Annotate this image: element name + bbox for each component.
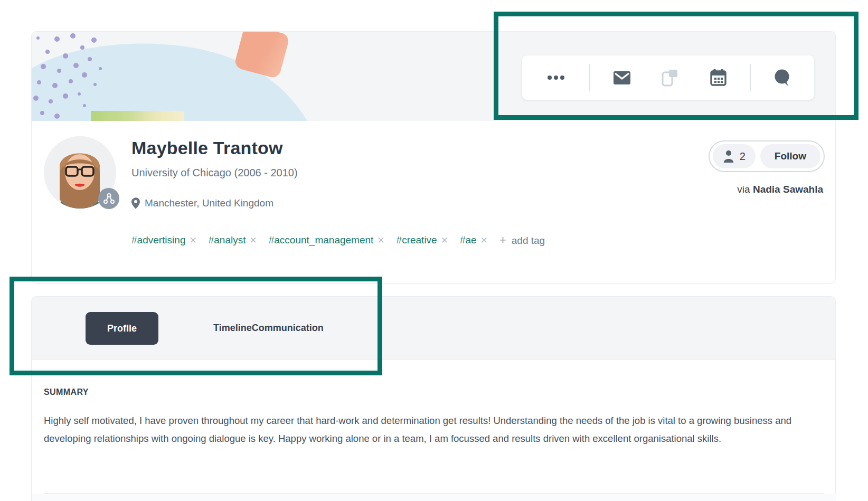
summary-heading: SUMMARY — [44, 387, 89, 397]
disqualify-note-button[interactable] — [653, 61, 687, 94]
tab[interactable]: Timeline — [213, 323, 252, 334]
candidate-avatar — [44, 136, 116, 209]
remove-tag-icon[interactable]: ✕ — [189, 235, 196, 246]
tag-chip: #advertising ✕ — [131, 234, 197, 246]
tag-label[interactable]: #creative — [397, 234, 437, 246]
email-icon — [614, 71, 630, 84]
plus-icon: + — [499, 233, 506, 247]
banner-strip-decoration — [91, 111, 184, 121]
person-icon — [723, 150, 734, 163]
tab[interactable]: Profile — [86, 312, 158, 345]
remove-tag-icon[interactable]: ✕ — [441, 235, 448, 246]
followers-count: 2 — [740, 150, 746, 163]
send-email-button[interactable] — [605, 61, 639, 94]
candidate-action-toolbar — [522, 55, 814, 100]
followers-button[interactable]: 2 — [713, 144, 756, 168]
candidate-location-row: Manchester, United Kingdom — [131, 197, 273, 209]
candidate-education: University of Chicago (2006 - 2010) — [131, 167, 298, 179]
tag-label[interactable]: #account_management — [269, 234, 374, 246]
add-tag-button[interactable]: + add tag — [499, 233, 545, 247]
remove-tag-icon[interactable]: ✕ — [480, 235, 488, 246]
remove-tag-icon[interactable]: ✕ — [377, 235, 384, 246]
summary-text: Highly self motivated, I have proven thr… — [44, 412, 819, 448]
profile-content-card: Profile Timeline Communication SUMMARY H… — [31, 296, 836, 501]
via-source: via Nadia Sawahla — [737, 184, 823, 195]
candidate-location: Manchester, United Kingdom — [145, 197, 273, 209]
tag-label[interactable]: #analyst — [209, 234, 246, 246]
chat-button[interactable] — [766, 61, 799, 94]
tag-label[interactable]: #ae — [460, 234, 477, 246]
tag-chip: #account_management ✕ — [269, 234, 385, 246]
tab-bar: Profile Timeline Communication — [32, 297, 835, 360]
follow-control: 2 Follow — [709, 140, 825, 172]
follow-button[interactable]: Follow — [760, 144, 820, 168]
disqualify-note-icon — [661, 69, 679, 87]
tab[interactable]: Communication — [252, 323, 324, 334]
tag-chip: #creative ✕ — [397, 234, 448, 246]
more-options-button[interactable] — [539, 61, 573, 94]
via-source-name: Nadia Sawahla — [753, 184, 823, 195]
source-badge[interactable] — [98, 188, 119, 209]
candidate-name: Maybelle Trantow — [131, 138, 283, 158]
remove-tag-icon[interactable]: ✕ — [249, 235, 257, 246]
tag-chip: #ae ✕ — [460, 234, 488, 246]
location-pin-icon — [131, 197, 140, 209]
more-options-icon — [547, 75, 565, 80]
tag-chip: #analyst ✕ — [209, 234, 257, 246]
candidate-profile-card: Maybelle Trantow University of Chicago (… — [31, 31, 836, 283]
banner-blob-decoration — [32, 32, 359, 121]
tag-label[interactable]: #advertising — [131, 234, 185, 246]
schedule-event-button[interactable] — [702, 61, 735, 94]
sitemap-icon — [103, 193, 115, 204]
next-section-edge — [32, 494, 836, 501]
tags-row: #advertising ✕ #analyst ✕ #account_manag… — [131, 233, 545, 247]
calendar-icon — [710, 69, 727, 86]
chat-icon — [774, 69, 791, 87]
